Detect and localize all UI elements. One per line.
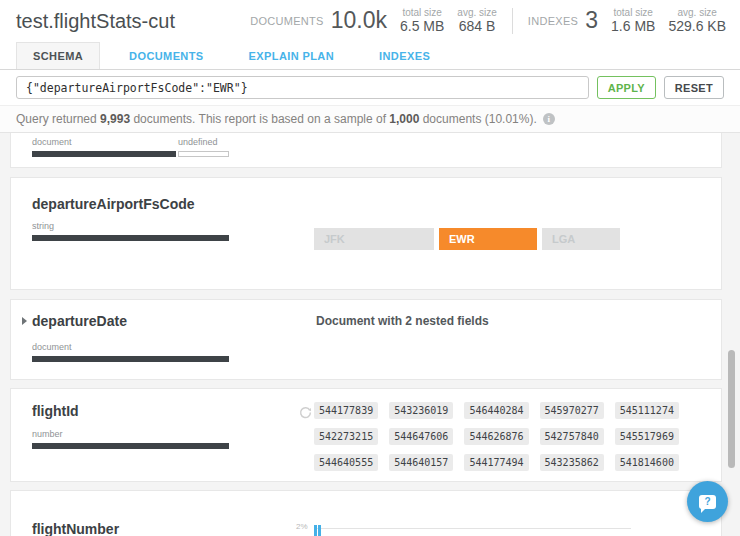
histogram-axis-tick: 2% <box>296 522 308 531</box>
value-chip-ewr-selected[interactable]: EWR <box>439 228 537 250</box>
histogram-gridline <box>315 528 631 529</box>
refresh-values-icon[interactable] <box>299 405 312 423</box>
avg-size-label: avg. size <box>457 7 496 18</box>
type-bar-string[interactable] <box>32 235 229 241</box>
string-value-chart: JFK EWR LGA <box>314 228 620 250</box>
total-size-value: 6.5 MB <box>400 19 444 34</box>
flightid-value-chip[interactable]: 543235862 <box>540 454 604 471</box>
flightid-value-chip[interactable]: 545517969 <box>615 428 679 445</box>
collection-title: test.flightStats-cut <box>16 10 175 33</box>
sampling-status-bar: Query returned 9,993 documents. This rep… <box>0 105 740 133</box>
flightid-value-chip[interactable]: 544177494 <box>464 454 528 471</box>
collection-stats: DOCUMENTS 10.0k total size 6.5 MB avg. s… <box>250 7 726 34</box>
schema-field-list: document undefined departureAirportFsCod… <box>0 133 740 536</box>
flightid-value-chip[interactable]: 545970277 <box>540 402 604 419</box>
flightid-value-chip[interactable]: 545111274 <box>615 402 679 419</box>
flightid-value-chip[interactable]: 544640555 <box>314 454 378 471</box>
tab-explain-plan[interactable]: EXPLAIN PLAN <box>233 42 350 69</box>
type-group-undefined: undefined <box>178 138 229 167</box>
type-label: number <box>32 430 229 439</box>
tab-indexes[interactable]: INDEXES <box>363 42 446 69</box>
type-label: undefined <box>178 138 229 147</box>
field-row-departureDate: departureDate Document with 2 nested fie… <box>10 299 722 380</box>
sample-count: 1,000 <box>389 112 419 126</box>
type-bar-number[interactable] <box>32 443 229 449</box>
avg-size-value: 684 B <box>459 19 496 34</box>
histogram-bar[interactable] <box>314 525 317 536</box>
collection-tabbar: SCHEMA DOCUMENTS EXPLAIN PLAN INDEXES <box>0 42 740 70</box>
type-group-number: number <box>32 430 229 449</box>
flightid-value-chip[interactable]: 544647606 <box>389 428 453 445</box>
field-name: departureAirportFsCode <box>32 196 195 212</box>
type-group-document: document <box>32 343 229 362</box>
documents-avg-size: avg. size 684 B <box>457 7 496 34</box>
indexes-stat-label: INDEXES <box>528 15 578 27</box>
query-input[interactable] <box>16 76 589 99</box>
reset-button[interactable]: RESET <box>664 76 724 99</box>
number-value-chips: 544177839 543236019 546440284 545970277 … <box>314 402 679 471</box>
flightid-value-chip[interactable]: 546440284 <box>464 402 528 419</box>
flightid-value-chip[interactable]: 544177839 <box>314 402 378 419</box>
type-bar-document[interactable] <box>32 356 229 362</box>
total-size-value: 1.6 MB <box>611 19 655 34</box>
documents-count: 10.0k <box>331 7 387 34</box>
avg-size-value: 529.6 KB <box>668 19 726 34</box>
total-size-label: total size <box>613 7 652 18</box>
field-name: flightNumber <box>32 521 119 536</box>
type-label: document <box>32 138 176 147</box>
type-bar-undefined[interactable] <box>178 151 229 157</box>
flightid-value-chip[interactable]: 544626876 <box>464 428 528 445</box>
apply-button[interactable]: APPLY <box>597 76 656 99</box>
flightid-value-chip[interactable]: 544640157 <box>389 454 453 471</box>
field-row-partial: document undefined <box>10 133 722 168</box>
status-text: Query returned 9,993 documents. This rep… <box>16 112 537 126</box>
indexes-avg-size: avg. size 529.6 KB <box>668 7 726 34</box>
value-chip-lga[interactable]: LGA <box>542 228 620 250</box>
field-name: departureDate <box>32 313 127 329</box>
type-group-string: string <box>32 222 229 241</box>
collection-header: test.flightStats-cut DOCUMENTS 10.0k tot… <box>0 0 740 42</box>
documents-total-size: total size 6.5 MB <box>400 7 444 34</box>
scrollbar-thumb[interactable] <box>728 350 735 468</box>
query-bar: APPLY RESET <box>0 70 740 105</box>
help-chat-button[interactable]: ? <box>687 481 728 522</box>
chat-bubble-icon: ? <box>699 495 716 509</box>
flightid-value-chip[interactable]: 541814600 <box>615 454 679 471</box>
total-size-label: total size <box>402 7 441 18</box>
flightid-value-chip[interactable]: 542757840 <box>540 428 604 445</box>
info-icon[interactable]: i <box>543 113 555 125</box>
value-chip-jfk[interactable]: JFK <box>314 228 434 250</box>
expand-caret-icon[interactable] <box>22 317 27 325</box>
type-label: string <box>32 222 229 231</box>
flightid-value-chip[interactable]: 543236019 <box>389 402 453 419</box>
avg-size-label: avg. size <box>677 7 716 18</box>
histogram-bar[interactable] <box>318 525 321 536</box>
type-label: document <box>32 343 229 352</box>
tab-documents[interactable]: DOCUMENTS <box>113 42 220 69</box>
flightid-value-chip[interactable]: 542273215 <box>314 428 378 445</box>
indexes-count: 3 <box>585 7 598 34</box>
tab-schema[interactable]: SCHEMA <box>16 42 100 69</box>
field-name: flightId <box>32 403 79 419</box>
field-row-flightNumber: flightNumber 2% <box>10 490 722 536</box>
type-bar-document[interactable] <box>32 151 176 157</box>
indexes-total-size: total size 1.6 MB <box>611 7 655 34</box>
field-row-departureAirportFsCode: departureAirportFsCode string JFK EWR LG… <box>10 177 722 290</box>
nested-fields-summary: Document with 2 nested fields <box>316 314 489 328</box>
field-row-flightId: flightId number 544177839 543236019 5464… <box>10 388 722 482</box>
documents-stat-label: DOCUMENTS <box>250 15 324 27</box>
stats-divider <box>512 8 513 34</box>
type-group-document: document <box>32 138 176 167</box>
returned-count: 9,993 <box>100 112 130 126</box>
